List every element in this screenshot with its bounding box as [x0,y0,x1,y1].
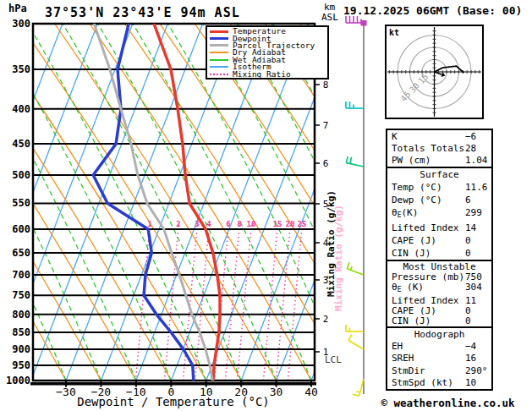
run-datetime: 19.12.2025 06GMT (Base: 00) [343,4,522,17]
mixing-ratio-label: 8 [237,220,241,228]
index-label: CIN (J) [392,249,431,258]
pressure-tick-label: 950 [5,359,30,371]
temperature-tick-label: −10 [119,386,153,398]
wind-barb-staff [346,16,367,396]
index-label: Dewp (°C) [392,195,442,205]
mixing-ratio-label: 25 [298,220,307,228]
pressure-tick-label: 550 [5,197,30,209]
index-label: SREH [392,353,414,363]
index-value: 0 [465,316,471,326]
pressure-tick-label: 350 [5,63,30,75]
wind-barb [346,325,364,332]
index-row: StmSpd (kt)10 [387,378,491,387]
pressure-tick-label: 800 [5,309,30,321]
index-value: 0 [465,236,471,245]
station-title: 37°53'N 23°43'E 94m ASL [45,5,240,20]
legend-swatch [210,30,228,33]
dewpoint-curve [93,24,194,381]
index-label: K [392,132,398,141]
indices-section-title: Most Unstable [387,262,491,271]
legend-swatch [210,37,228,40]
index-label: Lifted Index [392,223,458,233]
legend: TemperatureDewpointParcel TrajectoryDry … [206,25,329,79]
temperature-tick-label: −20 [84,386,118,398]
index-value: 304 [465,282,482,292]
index-value: 11 [465,296,476,305]
pressure-tick-label: 850 [5,326,30,338]
index-row: Pressure (mb)750 [387,272,491,282]
legend-swatch [210,44,228,47]
index-label: Temp (°C) [392,183,442,192]
index-row: K−6 [387,132,491,141]
wind-barb [353,379,364,396]
index-row: θE(K)299 [387,208,491,220]
index-row: CIN (J)0 [387,316,491,326]
index-value: −4 [465,342,476,351]
index-label: StmDir [392,366,425,375]
index-value: 750 [465,272,482,282]
index-label: CIN (J) [392,316,431,326]
skewt-page: 12346810152025153045 hPa 37°53'N 23°43'E… [0,0,532,411]
altitude-tick-label: 2 [319,314,332,325]
index-value: −6 [465,132,476,141]
wind-barb [347,262,364,275]
indices-section-title: Hodograph [387,330,491,339]
bottom-axis-bar [30,382,316,386]
pressure-tick-label: 600 [5,223,30,235]
legend-swatch [210,52,228,53]
legend-swatch [210,74,228,75]
parcel-trajectory-curve [94,24,212,381]
altitude-tick-label: 6 [319,158,332,169]
index-label: θE(K) [392,208,418,220]
index-label-subscript: E [398,286,402,293]
index-row: EH−4 [387,342,491,351]
indices-section: SurfaceTemp (°C)11.6Dewp (°C)6θE(K)299Li… [386,167,493,261]
index-row: CAPE (J)0 [387,306,491,315]
legend-item: Mixing Ratio [210,70,327,77]
pressure-axis-unit: hPa [8,3,27,14]
temperature-tick-label: 20 [224,386,258,398]
pressure-tick-label: 900 [5,343,30,355]
altitude-tick-label: 8 [319,79,332,90]
indices-section: K−6Totals Totals28PW (cm)1.04 [386,129,493,168]
pressure-tick-label: 700 [5,269,30,281]
index-value: 290° [465,366,488,375]
temperature-tick-label: 0 [154,386,188,398]
index-value: 0 [465,249,471,258]
hodograph: 153045 [386,25,483,118]
index-label: EH [392,342,403,351]
indices-section-title: Surface [387,170,491,179]
index-row: Totals Totals28 [387,144,491,153]
hodograph-unit-label: kt [389,28,399,37]
altitude-tick-label: 3 [319,275,332,286]
index-value: 28 [465,144,476,153]
indices-section: HodographEH−4SREH16StmDir290°StmSpd (kt)… [386,326,493,391]
indices-table: K−6Totals Totals28PW (cm)1.04SurfaceTemp… [386,129,493,391]
mixing-ratio-label: 6 [226,220,230,228]
index-value: 10 [465,378,476,387]
mixing-ratio-label: 4 [206,220,211,228]
mixing-ratio-label: 15 [273,220,282,228]
index-label: StmSpd (kt) [392,378,453,387]
index-value: 16 [465,353,476,363]
index-row: CAPE (J)0 [387,236,491,245]
mixing-ratio-label: 20 [286,220,295,228]
wind-barb [346,16,364,23]
index-value: 299 [465,208,482,217]
index-label: Lifted Index [392,296,458,305]
index-label-subscript: E [398,211,402,219]
wind-barb [346,101,364,108]
indices-section: Most UnstablePressure (mb)750θE (K)304Li… [386,260,493,328]
altitude-axis-unit-asl: ASL [321,12,338,23]
index-row: Dewp (°C)6 [387,195,491,205]
altitude-tick-label: 5 [319,199,332,210]
index-row: SREH16 [387,353,491,363]
legend-swatch [210,59,228,61]
temperature-tick-label: 10 [189,386,223,398]
altitude-tick-label: 1 [319,347,332,358]
wind-barb [346,156,364,167]
mixing-ratio-label: 3 [195,220,199,228]
index-label: Totals Totals [392,144,464,153]
index-label: CAPE (J) [392,236,436,245]
index-row: Lifted Index11 [387,296,491,305]
